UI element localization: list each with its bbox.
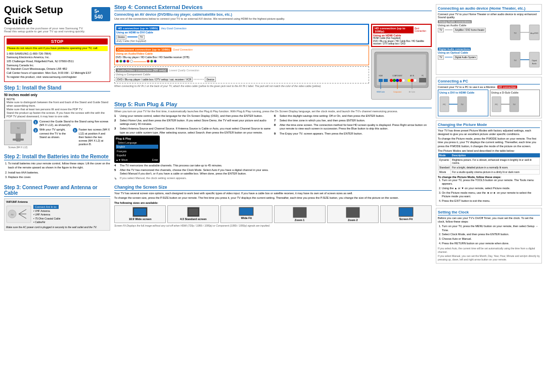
svg-text:Stand: Stand: [16, 140, 20, 142]
mode-cell-movie: Movie: [438, 169, 451, 174]
step1-section: Step 1: Install the Stand 50 inches mode…: [4, 84, 110, 150]
svg-text:COMPONENT: COMPONENT: [392, 75, 402, 77]
step5-step-3: 3 Select Antenna Source and Channel Sour…: [114, 127, 272, 134]
step2-step-2: Install two AAA batteries.: [8, 171, 110, 175]
step5-header: Step 5: Run Plug & Play: [114, 101, 432, 108]
svg-text:PC: PC: [495, 103, 498, 106]
osd-illustration: Plug & Play Select Language English Fran…: [114, 136, 160, 163]
hdmi-dvi-label: HD connection (up to 1080i): [116, 26, 159, 30]
svg-text:TV: TV: [513, 103, 515, 106]
clock-section: Setting the Clock Before you can use you…: [436, 208, 542, 264]
screen-opt-screenfit: Screen Fit: [380, 205, 432, 223]
table-row: Dynamic Brightens picture. For a vibrant…: [438, 157, 540, 165]
tv-box-dvi: TV: [139, 35, 145, 39]
screen-fit-note: Screen Fit Displays the full image witho…: [114, 224, 432, 227]
model-badge: 5• 540: [92, 7, 110, 21]
best-conn-label: HD connection (up to 1080p): [373, 26, 414, 33]
desc-cell-standard: For a bright, detailed picture in a norm…: [451, 165, 540, 169]
lowest-section: Audio/Video connection (SD only) Lowest …: [114, 66, 369, 83]
clock-step-1: Turn on your TV, press the MENU button o…: [442, 225, 540, 232]
picture-mode-how-to: To change the Picture mode, press the P.…: [438, 137, 540, 148]
svg-text:PC: PC: [443, 103, 446, 106]
svg-text:TV: TV: [17, 127, 19, 129]
screen-opt-169: 16:9 Wide screen: [114, 205, 166, 223]
screw-label: Screws (M4 X L12): [8, 146, 27, 149]
clock-manual-note: If you select Manual, you can set the Mo…: [438, 254, 540, 262]
desc-cell-movie: For a studio quality cinema picture in a…: [451, 169, 540, 174]
svg-point-23: [407, 79, 411, 82]
svg-rect-38: [134, 208, 146, 215]
screen-size-section: Changing the Screen Size Your TV has sev…: [114, 185, 432, 227]
mode-cell-standard: Standard: [438, 165, 451, 169]
step2-header: Step 2: Install the Batteries into the R…: [4, 154, 110, 160]
stop-highlight: Please do not return this unit if you ha…: [7, 46, 108, 51]
step3-section: Step 3: Connect Power and Antenna or Cab…: [4, 185, 110, 232]
clock-step-4: Press the RETURN button on your remote w…: [442, 242, 540, 246]
stop-content: Please do not return this unit if you ha…: [7, 46, 108, 79]
step5-section: Step 5: Run Plug & Play When you turn on…: [114, 101, 432, 181]
svg-text:TV: TV: [11, 213, 13, 216]
svg-text:HDMI Cable: HDMI Cable: [377, 91, 385, 93]
svg-rect-26: [419, 78, 426, 82]
digital-devices: TV Digital Audio System: [438, 55, 508, 60]
screen-options: 16:9 Wide screen 4:3 Standard screen Wid…: [114, 205, 432, 223]
screen-size-title: Changing the Screen Size: [114, 185, 432, 191]
svg-rect-17: [384, 79, 388, 82]
step3-note: Make sure the AC power cord is plugged i…: [6, 226, 108, 229]
digital-audio-section: Digital Audio connections Using an Optic…: [438, 47, 540, 73]
digital-diagram: TV Digital Audio: [510, 47, 540, 73]
picture-mode-intro: Your TV has three preset Picture Modes w…: [438, 129, 540, 136]
connection-area: HD connection (up to 1080i) Very Good Co…: [114, 23, 432, 100]
step5-step-7: 7 Select the time zone in which you live…: [274, 119, 432, 122]
step2-section: Step 2: Install the Batteries into the R…: [4, 154, 110, 181]
step1-steps: 1 Connect the Guide Stand to the Stand u…: [33, 120, 110, 147]
step1-note-1: Make sure that at least two persons lift…: [7, 108, 110, 111]
step4-header: Step 4: Connect External Devices: [114, 4, 432, 11]
svg-point-19: [393, 79, 396, 82]
stop-box: STOP Please do not return this unit if y…: [4, 36, 110, 82]
svg-rect-1: [16, 134, 21, 139]
svg-point-24: [411, 79, 414, 82]
pc-connect-section: Connecting a PC Connect your TV to a PC …: [436, 77, 542, 118]
hdmi-dvi-section: HD connection (up to 1080i) Very Good Co…: [114, 24, 369, 45]
svg-text:Amp/DVD: Amp/DVD: [530, 32, 538, 34]
picture-mode-step-1: Turn on your TV, press the TOOLS button …: [442, 179, 540, 186]
svg-text:Digital: Digital: [532, 60, 537, 62]
step5-intro: When you turn on your TV for the first t…: [114, 110, 432, 113]
step5-step-2: 2 Select Home Use, and then press the EN…: [114, 119, 272, 126]
picture-mode-step-4: Press the EXIT button to exit the menu.: [442, 199, 540, 203]
step4-subtitle: Connecting an AV device (DVD/Blu-ray pla…: [114, 13, 432, 16]
right-column: Connecting an audio device (Home Theater…: [436, 4, 542, 388]
mode-cell-dynamic: Dynamic: [438, 157, 451, 165]
step1-header: Step 1: Install the Stand: [4, 85, 110, 92]
step5-step-1: 1 Using your remote control, select the …: [114, 114, 272, 118]
dvi-hdmi-section: Using a DVI to HDMI Cable PC TV: [438, 90, 488, 116]
table-row: Movie For a studio quality cinema pictur…: [438, 169, 540, 174]
svg-text:AV IN: AV IN: [410, 75, 414, 77]
picture-mode-step-2: Using the ▲ or ▼ on your remote, select …: [442, 187, 540, 191]
analog-diagram: TV Amp/DVD: [510, 20, 540, 46]
pc-connections-row: Using a DVI to HDMI Cable PC TV Using a …: [438, 90, 540, 116]
step2-step-3: Replace the cover.: [8, 176, 110, 180]
step3-header: Step 3: Connect Power and Antenna or Cab…: [4, 185, 110, 197]
screen-size-available: The following sizes are available:: [114, 201, 432, 204]
svg-point-20: [396, 79, 399, 82]
component-section: Component connection (up to 1080i) Good …: [114, 46, 369, 65]
step1-note-box: NOTE Make sure to distinguish between th…: [4, 98, 110, 119]
step5-content: 1 Using your remote control, select the …: [114, 114, 432, 181]
picture-mode-step-3: On the Picture mode menu, use the ◄ or ►…: [442, 191, 540, 199]
step5-step-6-note: ↳ If you select Manual, the clock settin…: [114, 177, 272, 180]
pc-connect-title: Connecting a PC: [438, 79, 540, 84]
digital-label: Digital Audio connections: [438, 48, 471, 51]
desc-col-header: Description: [451, 153, 540, 158]
step5-right-steps: 6 Select the daylight savings time setti…: [274, 114, 432, 181]
screen-opt-zoom1: Zoom 1: [274, 205, 326, 223]
picture-mode-table: Mode Description Dynamic Brightens pictu…: [438, 153, 540, 175]
picture-mode-title: Changing the Picture Mode: [438, 122, 540, 128]
lowest-label: Audio/Video connection (SD only): [116, 68, 168, 72]
screen-opt-zoom2: Zoom 2: [327, 205, 379, 223]
step1-note-2: Stand the product up fasten the screws. …: [7, 111, 110, 118]
desc-cell-dynamic: Brightens picture. For a vibrant, enhanc…: [451, 157, 540, 165]
clock-step-2: Select Clock Mode, and then press the EN…: [442, 233, 540, 237]
step2-list: To install batteries into your remote co…: [4, 162, 110, 180]
